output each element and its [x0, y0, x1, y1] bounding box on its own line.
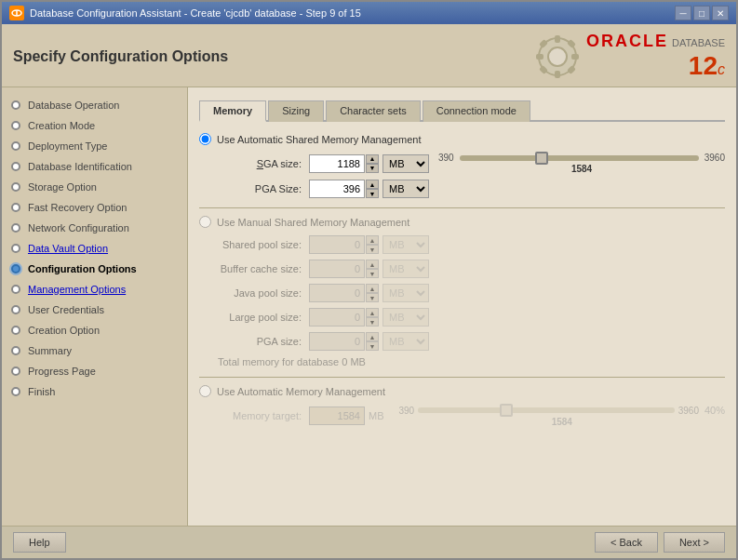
- sidebar-dot-network-configuration: [11, 223, 20, 233]
- tab-connection-mode[interactable]: Connection mode: [423, 100, 530, 122]
- sidebar-item-database-identification[interactable]: Database Identification: [2, 156, 187, 177]
- tab-memory[interactable]: Memory: [199, 100, 266, 122]
- pga-input[interactable]: [309, 180, 365, 198]
- sidebar-item-network-configuration[interactable]: Network Configuration: [2, 218, 187, 238]
- mem-slider-max: 3960: [678, 406, 699, 416]
- sidebar-item-user-credentials[interactable]: User Credentials: [2, 300, 187, 320]
- pga-label-text: PGA Size:: [255, 183, 302, 194]
- sidebar-label-configuration-options: Configuration Options: [28, 263, 137, 274]
- sidebar-item-summary[interactable]: Summary: [2, 340, 187, 361]
- sga-label-text: GA size:: [263, 158, 302, 169]
- sga-unit-select[interactable]: MB: [382, 154, 429, 173]
- sidebar-dot-fast-recovery-option: [11, 203, 20, 212]
- sidebar-item-configuration-options[interactable]: Configuration Options: [2, 259, 187, 279]
- pga-size-label: PGA size:: [218, 336, 302, 347]
- pga-spinner-buttons: ▲ ▼: [366, 180, 379, 198]
- right-panel: Memory Sizing Character sets Connection …: [188, 87, 736, 526]
- manual-shared-label[interactable]: Use Manual Shared Memory Management: [217, 217, 409, 228]
- manual-shared-radio[interactable]: [199, 216, 211, 228]
- pga-size-manual-row: PGA size: ▲ ▼ MB: [218, 332, 725, 351]
- window-title: Database Configuration Assistant - Creat…: [30, 7, 675, 19]
- shared-pool-spinner: ▲ ▼ MB: [309, 235, 429, 254]
- sidebar-item-deployment-type[interactable]: Deployment Type: [2, 136, 187, 156]
- java-pool-up: ▲: [366, 284, 379, 293]
- sidebar-item-management-options[interactable]: Management Options: [2, 279, 187, 300]
- buffer-cache-unit: MB: [382, 260, 429, 278]
- shared-pool-row: Shared pool size: ▲ ▼ MB: [218, 235, 725, 254]
- sidebar-dot-data-vault-option: [11, 244, 20, 253]
- sidebar-item-creation-mode[interactable]: Creation Mode: [2, 115, 187, 136]
- pga-unit-select[interactable]: MB: [382, 180, 429, 198]
- pga-down-button[interactable]: ▼: [366, 189, 379, 198]
- oracle-logo: ORACLE DATABASE 12 c: [586, 32, 725, 81]
- sga-down-button[interactable]: ▼: [366, 164, 379, 173]
- auto-shared-section: Use Automatic Shared Memory Management S…: [199, 133, 725, 198]
- shared-pool-down: ▼: [366, 245, 379, 254]
- pga-size-up: ▲: [366, 332, 379, 341]
- large-pool-spinner: ▲ ▼ MB: [309, 308, 429, 327]
- minimize-button[interactable]: ─: [675, 6, 691, 20]
- sidebar-dot-configuration-options: [11, 264, 20, 273]
- auto-shared-label[interactable]: Use Automatic Shared Memory Management: [217, 134, 422, 145]
- pga-size-spinner: ▲ ▼ MB: [309, 332, 429, 351]
- svg-rect-6: [536, 54, 543, 60]
- memory-target-slider: [418, 407, 675, 413]
- sidebar-item-data-vault-option[interactable]: Data Vault Option: [2, 238, 187, 259]
- page-title: Specify Configuration Options: [13, 48, 228, 65]
- sidebar-dot-finish: [11, 387, 20, 396]
- shared-pool-unit: MB: [382, 235, 429, 254]
- sidebar-dot-deployment-type: [11, 141, 20, 151]
- sga-label: SGA size:: [218, 158, 302, 169]
- version-number: 12: [689, 51, 718, 81]
- auto-memory-radio[interactable]: [199, 385, 211, 397]
- tab-character-sets[interactable]: Character sets: [326, 100, 421, 122]
- back-button[interactable]: < Back: [595, 532, 658, 553]
- auto-shared-radio-row: Use Automatic Shared Memory Management: [199, 133, 725, 145]
- java-pool-label: Java pool size:: [218, 287, 302, 299]
- sga-spinner: ▲ ▼ MB: [309, 154, 429, 173]
- sidebar-item-storage-option[interactable]: Storage Option: [2, 177, 187, 197]
- sidebar-label-progress-page: Progress Page: [28, 366, 96, 377]
- pga-size-spinner-buttons: ▲ ▼: [366, 332, 379, 351]
- sidebar-dot-creation-mode: [11, 121, 20, 130]
- pga-field-row: PGA Size: ▲ ▼ MB: [218, 180, 725, 198]
- auto-shared-radio[interactable]: [199, 133, 211, 145]
- close-button[interactable]: ✕: [712, 6, 729, 20]
- svg-rect-7: [571, 54, 579, 60]
- pga-label: PGA Size:: [218, 183, 302, 194]
- sga-slider[interactable]: [460, 155, 699, 161]
- auto-memory-label[interactable]: Use Automatic Memory Management: [217, 386, 385, 397]
- help-button[interactable]: Help: [13, 532, 66, 553]
- sidebar-item-database-operation[interactable]: Database Operation: [2, 95, 187, 115]
- sga-up-button[interactable]: ▲: [366, 154, 379, 164]
- app-icon: [9, 6, 24, 20]
- sidebar-label-database-identification: Database Identification: [28, 161, 132, 172]
- sidebar-dot-user-credentials: [11, 305, 20, 314]
- sga-input[interactable]: [309, 154, 365, 173]
- buffer-cache-spinner-buttons: ▲ ▼: [366, 260, 379, 278]
- next-button[interactable]: Next >: [664, 532, 725, 553]
- auto-memory-radio-row: Use Automatic Memory Management: [199, 385, 725, 397]
- auto-memory-section: Use Automatic Memory Management Memory t…: [199, 385, 725, 427]
- auto-memory-divider: [199, 377, 725, 378]
- total-memory-text: Total memory for database 0 MB: [218, 356, 725, 367]
- memory-percent: 40%: [704, 405, 725, 416]
- sidebar-item-fast-recovery-option[interactable]: Fast Recovery Option: [2, 197, 187, 218]
- maximize-button[interactable]: □: [693, 6, 710, 20]
- pga-up-button[interactable]: ▲: [366, 180, 379, 189]
- manual-divider: [199, 207, 725, 208]
- sidebar-item-finish[interactable]: Finish: [2, 381, 187, 402]
- sidebar-item-creation-option[interactable]: Creation Option: [2, 320, 187, 340]
- auto-shared-fields: SGA size: ▲ ▼ MB: [218, 153, 725, 198]
- svg-rect-5: [555, 71, 560, 78]
- oracle-gear-icon: [534, 33, 581, 80]
- java-pool-input: [309, 284, 365, 302]
- tab-sizing[interactable]: Sizing: [268, 100, 324, 122]
- sidebar-label-summary: Summary: [28, 345, 72, 356]
- java-pool-spinner: ▲ ▼ MB: [309, 284, 429, 302]
- sidebar-item-progress-page[interactable]: Progress Page: [2, 361, 187, 381]
- shared-pool-spinner-buttons: ▲ ▼: [366, 235, 379, 254]
- buffer-cache-up: ▲: [366, 260, 379, 269]
- sga-field-row: SGA size: ▲ ▼ MB: [218, 153, 725, 174]
- sidebar-dot-storage-option: [11, 182, 20, 192]
